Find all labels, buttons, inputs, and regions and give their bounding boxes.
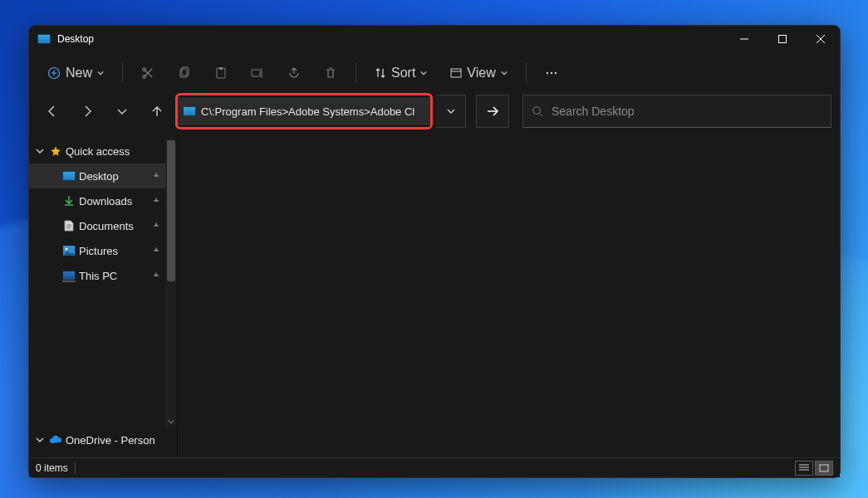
download-icon [62, 194, 76, 208]
statusbar-separator [75, 462, 76, 474]
paste-button[interactable] [204, 58, 238, 88]
svg-point-12 [555, 72, 557, 74]
copy-icon [178, 66, 191, 80]
scissors-icon [141, 66, 154, 80]
clipboard-icon [214, 66, 228, 80]
sort-icon [375, 67, 386, 79]
new-button[interactable]: New [37, 58, 114, 88]
recent-locations-button[interactable] [107, 96, 137, 126]
svg-rect-9 [451, 69, 461, 77]
address-bar[interactable]: C\:Program Files>Adobe Systems>Adobe Cl [177, 98, 431, 124]
address-text: C\:Program Files>Adobe Systems>Adobe Cl [201, 105, 414, 118]
item-count: 0 items [36, 462, 68, 474]
scrollbar-thumb[interactable] [167, 140, 175, 281]
share-button[interactable] [277, 58, 311, 88]
svg-rect-8 [252, 70, 260, 76]
pc-icon [62, 269, 76, 282]
pin-icon [152, 220, 164, 232]
up-button[interactable] [142, 96, 172, 126]
sidebar-item-downloads[interactable]: Downloads [29, 188, 177, 213]
location-icon [183, 106, 196, 116]
rename-button[interactable] [241, 58, 274, 88]
pin-icon [152, 245, 164, 257]
trash-icon [324, 66, 337, 80]
rename-icon [251, 66, 264, 80]
navigation-pane: Quick access Desktop Downloads [29, 134, 177, 457]
statusbar: 0 items [29, 457, 840, 477]
chevron-down-icon [97, 70, 104, 76]
chevron-down-icon [501, 70, 508, 76]
sidebar-item-desktop[interactable]: Desktop [29, 164, 177, 188]
pin-icon [152, 270, 164, 282]
grid-icon [819, 464, 829, 472]
go-button[interactable] [476, 95, 509, 128]
sidebar-item-label: OneDrive - Person [66, 434, 164, 447]
back-button[interactable] [37, 96, 67, 126]
window-title: Desktop [57, 33, 94, 45]
chevron-down-icon [447, 107, 455, 115]
document-icon [62, 219, 76, 232]
sidebar-item-label: Pictures [79, 245, 149, 257]
details-view-button[interactable] [795, 461, 813, 476]
desktop-icon [62, 169, 76, 183]
cloud-icon [49, 433, 62, 447]
chevron-down-icon [420, 70, 427, 76]
titlebar: Desktop [29, 26, 840, 52]
share-icon [287, 66, 301, 80]
view-button[interactable]: View [440, 58, 517, 88]
sidebar-item-label: Downloads [79, 195, 149, 208]
toolbar: New Sort View [29, 52, 840, 94]
list-icon [799, 464, 809, 472]
plus-circle-icon [47, 66, 61, 80]
more-button[interactable] [535, 58, 568, 88]
sidebar-item-this-pc[interactable]: This PC [29, 263, 177, 288]
svg-rect-7 [219, 67, 223, 70]
sidebar-item-label: This PC [79, 270, 149, 282]
view-icon [450, 67, 462, 79]
forward-button[interactable] [72, 96, 102, 126]
maximize-button[interactable] [763, 26, 802, 52]
collapse-icon[interactable] [34, 147, 46, 155]
toolbar-separator [356, 63, 356, 83]
new-button-label: New [66, 66, 92, 81]
svg-point-10 [547, 72, 548, 74]
toolbar-separator [526, 63, 527, 83]
arrow-right-icon [486, 105, 499, 118]
sidebar-item-label: Quick access [66, 145, 164, 158]
minimize-button[interactable] [725, 26, 763, 52]
delete-button[interactable] [314, 58, 347, 88]
content-area[interactable] [177, 134, 840, 457]
desktop-icon [37, 34, 51, 44]
sidebar-item-label: Documents [79, 220, 149, 232]
sidebar-item-pictures[interactable]: Pictures [29, 238, 177, 263]
svg-point-13 [533, 107, 541, 115]
expand-icon[interactable] [34, 436, 46, 444]
navbar: C\:Program Files>Adobe Systems>Adobe Cl [29, 94, 840, 134]
sidebar-item-label: Desktop [79, 170, 149, 183]
search-icon [532, 105, 543, 117]
scrollbar-down-button[interactable] [165, 416, 177, 427]
svg-rect-16 [820, 465, 828, 471]
copy-button[interactable] [168, 58, 201, 88]
search-input[interactable] [552, 105, 822, 118]
pin-icon [152, 170, 164, 183]
ellipsis-icon [545, 66, 558, 80]
sidebar-scrollbar[interactable] [165, 139, 177, 427]
svg-point-11 [551, 72, 552, 74]
file-explorer-window: Desktop New Sort [28, 25, 841, 478]
address-history-button[interactable] [436, 95, 466, 128]
star-icon [49, 144, 62, 158]
search-box[interactable] [522, 95, 831, 128]
pin-icon [152, 195, 164, 208]
thumbnails-view-button[interactable] [815, 461, 833, 476]
picture-icon [62, 244, 76, 257]
close-button[interactable] [802, 26, 840, 52]
cut-button[interactable] [131, 58, 164, 88]
sort-button[interactable]: Sort [365, 58, 437, 88]
sidebar-item-onedrive[interactable]: OneDrive - Person [29, 427, 177, 452]
toolbar-separator [122, 63, 123, 83]
sidebar-item-documents[interactable]: Documents [29, 213, 177, 238]
view-button-label: View [467, 66, 495, 81]
sidebar-item-quick-access[interactable]: Quick access [29, 139, 177, 164]
sort-button-label: Sort [391, 66, 415, 81]
